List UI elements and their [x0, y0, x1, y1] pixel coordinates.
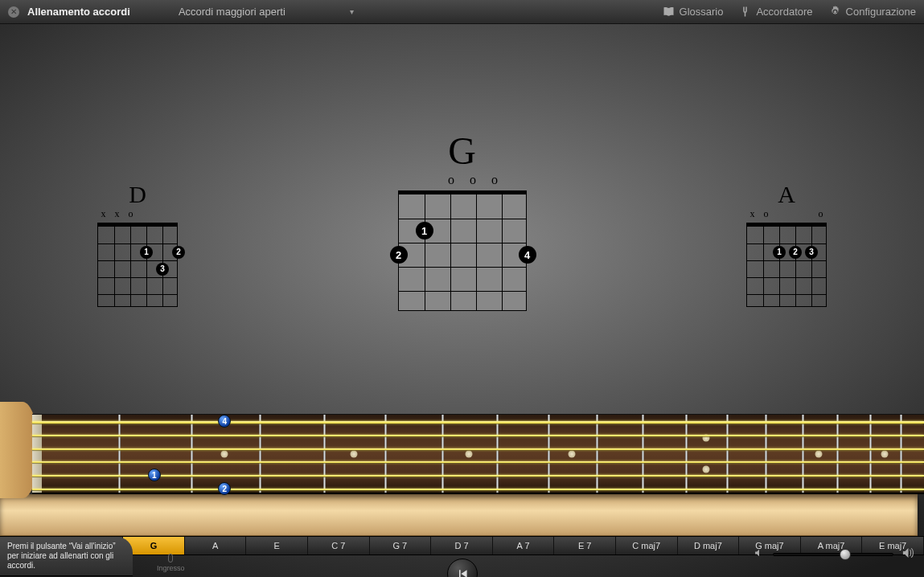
- glossary-label: Glossario: [680, 6, 724, 18]
- fretboard-finger-dot: 1: [148, 469, 161, 481]
- chord-ribbon-item[interactable]: A: [185, 537, 247, 554]
- go-to-start-button[interactable]: [447, 559, 478, 577]
- chord-diagram-center[interactable]: G ooo 124: [397, 129, 528, 311]
- volume-thumb[interactable]: [840, 549, 851, 560]
- finger-dot: 3: [156, 263, 169, 276]
- chord-grid: 124: [398, 190, 527, 311]
- chord-diagram-right[interactable]: A xoo 123: [745, 181, 827, 307]
- chevron-down-icon: ▾: [350, 7, 354, 16]
- fretboard-finger-dot: 2: [218, 482, 231, 495]
- stage: D xxo 123 G ooo 124 A xoo 123 412 CDGAEC…: [0, 24, 924, 577]
- volume-control: [754, 546, 914, 563]
- mic-icon: [168, 554, 173, 563]
- tuner-label: Accordatore: [756, 6, 812, 18]
- chord-ribbon-item[interactable]: E: [246, 537, 308, 554]
- finger-dot: 3: [805, 246, 818, 259]
- tuner-button[interactable]: Accordatore: [739, 6, 812, 18]
- page-title: Allenamento accordi: [27, 6, 130, 18]
- finger-dot: 1: [773, 246, 786, 259]
- fretboard-finger-dot: 4: [218, 415, 231, 428]
- glossary-button[interactable]: Glossario: [663, 6, 724, 18]
- chord-ribbon-item[interactable]: C 7: [308, 537, 370, 554]
- book-icon: [663, 6, 675, 18]
- volume-high-icon: [901, 546, 914, 563]
- chord-ribbon-item[interactable]: C maj7: [616, 537, 678, 554]
- input-indicator[interactable]: Ingresso: [157, 554, 185, 572]
- chord-ribbon-item[interactable]: D maj7: [678, 537, 740, 554]
- volume-low-icon: [754, 547, 765, 562]
- input-label: Ingresso: [157, 564, 185, 572]
- finger-dot: 4: [519, 246, 536, 264]
- chord-ribbon-item[interactable]: D 7: [431, 537, 493, 554]
- volume-slider[interactable]: [773, 553, 893, 556]
- chord-set-dropdown[interactable]: Accordi maggiori aperti ▾: [179, 6, 354, 18]
- hint-bubble: Premi il pulsante “Vai all'inizio” per i…: [0, 537, 133, 576]
- finger-dot: 1: [140, 246, 153, 259]
- chord-ribbon-item[interactable]: E 7: [554, 537, 616, 554]
- chord-name: G: [397, 129, 528, 173]
- top-bar: ✕ Allenamento accordi Accordi maggiori a…: [0, 0, 924, 24]
- gear-icon: [829, 6, 841, 18]
- dropdown-label: Accordi maggiori aperti: [179, 6, 285, 18]
- chord-name: D: [97, 181, 179, 208]
- chord-grid: 123: [746, 223, 827, 307]
- config-button[interactable]: Configurazione: [829, 6, 916, 18]
- finger-dot: 2: [789, 246, 802, 259]
- string-markers: xoo: [745, 208, 827, 220]
- chord-ribbon-item[interactable]: A 7: [493, 537, 555, 554]
- chord-name: A: [745, 181, 827, 208]
- chord-diagram-left[interactable]: D xxo 123: [97, 181, 179, 307]
- finger-dot: 2: [172, 246, 185, 259]
- guitar-body-strip: [0, 494, 918, 536]
- string-markers: ooo: [397, 173, 528, 187]
- config-label: Configurazione: [846, 6, 916, 18]
- tuning-fork-icon: [739, 6, 751, 18]
- fretboard[interactable]: 412: [0, 414, 924, 494]
- finger-dot: 2: [390, 246, 408, 264]
- finger-dot: 1: [416, 222, 433, 239]
- close-icon[interactable]: ✕: [8, 6, 19, 18]
- string-markers: xxo: [97, 208, 179, 220]
- chord-ribbon-item[interactable]: G 7: [370, 537, 432, 554]
- chord-grid: 123: [97, 223, 178, 307]
- transport-controls: [447, 559, 478, 577]
